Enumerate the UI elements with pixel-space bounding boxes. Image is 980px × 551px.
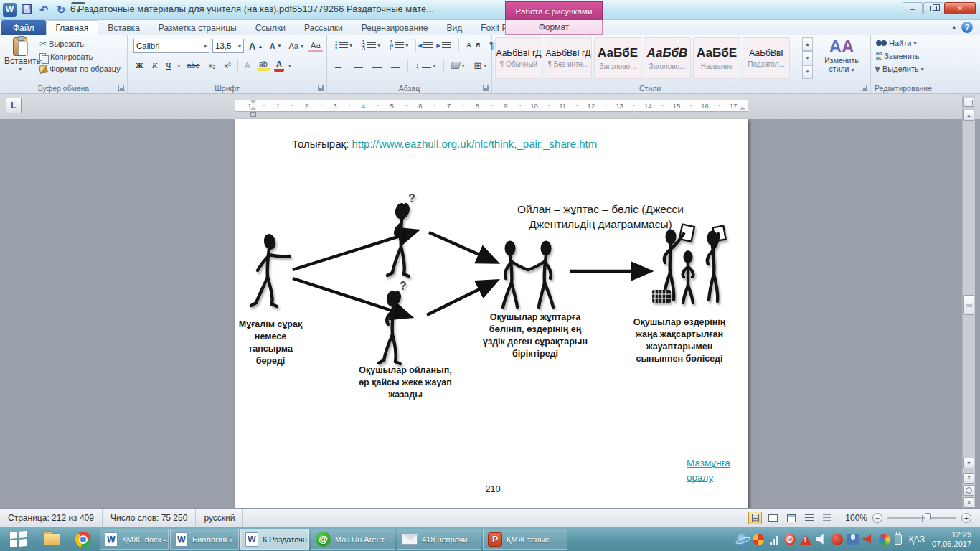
clock[interactable]: 12:2907.06.2017 — [932, 530, 974, 549]
view-web-layout-button[interactable] — [784, 512, 798, 524]
bullets-button[interactable]: •••▾ — [333, 40, 354, 50]
view-draft-button[interactable] — [820, 512, 834, 524]
zoom-slider-track[interactable] — [887, 517, 956, 519]
sort-button[interactable]: АЯ — [464, 42, 482, 49]
previous-page-button[interactable]: ⇞ — [963, 473, 974, 484]
status-language[interactable]: русский — [196, 509, 243, 527]
tab-review[interactable]: Рецензирование — [352, 20, 438, 35]
planet-tray-icon[interactable] — [737, 534, 748, 545]
cut-button[interactable]: ✂Вырезать — [37, 38, 123, 50]
font-color-button[interactable]: А — [274, 60, 284, 72]
shading-button[interactable]: ▾ — [449, 61, 467, 70]
highlight-color-button[interactable]: ab — [257, 60, 270, 71]
gallery-scroll-up-icon[interactable]: ▲ — [802, 37, 813, 51]
ruler-toggle-button[interactable] — [963, 98, 974, 107]
tab-view[interactable]: Вид — [437, 20, 471, 35]
style-heading1[interactable]: АаБбЕЗаголово... — [594, 37, 641, 79]
file-explorer-button[interactable] — [36, 527, 67, 551]
dialog-launcher-icon[interactable] — [862, 85, 868, 91]
dialog-launcher-icon[interactable] — [118, 85, 125, 91]
external-hyperlink[interactable]: http://www.eazhull.org.uk/nlc/think,_pai… — [352, 138, 597, 150]
chevron-down-icon[interactable]: ▾ — [288, 62, 291, 69]
style-no-spacing[interactable]: АаБбВвГгД¶ Без инте... — [545, 37, 592, 79]
zoom-slider-thumb[interactable] — [925, 513, 931, 523]
view-print-layout-button[interactable] — [748, 512, 762, 524]
style-title[interactable]: АаБбЕНазвание — [693, 37, 740, 79]
tab-mailings[interactable]: Рассылки — [295, 20, 352, 35]
network-signal-icon[interactable] — [768, 534, 780, 545]
undo-button[interactable]: ↶ — [37, 2, 51, 17]
find-button[interactable]: Найти▾ — [874, 38, 926, 48]
hanging-indent-marker[interactable] — [250, 106, 257, 110]
zoom-level[interactable]: 100% — [845, 513, 867, 523]
decrease-indent-button[interactable]: ◀ — [421, 41, 435, 50]
tab-file[interactable]: Файл — [1, 20, 46, 35]
zoom-out-button[interactable]: − — [872, 513, 882, 523]
change-case-button[interactable]: Аа▾ — [287, 41, 306, 51]
gallery-expand-icon[interactable]: ▾ — [802, 65, 813, 79]
style-subtitle[interactable]: АаБбВвІПодзагол... — [743, 37, 790, 79]
font-size-combo[interactable]: 13,5▾ — [212, 39, 244, 53]
justify-button[interactable] — [389, 61, 402, 70]
taskbar-window-word-2[interactable]: WБиология 7 ... — [170, 529, 239, 550]
tab-page-layout[interactable]: Разметка страницы — [149, 20, 246, 35]
battery-icon[interactable] — [895, 534, 902, 545]
line-spacing-button[interactable]: ↕▾ — [413, 60, 438, 70]
copy-button[interactable]: Копировать — [37, 52, 123, 62]
dialog-launcher-icon[interactable] — [318, 85, 324, 91]
select-browse-object-button[interactable] — [963, 485, 974, 496]
help-button[interactable]: ? — [961, 22, 973, 33]
status-page-count[interactable]: Страница: 212 из 409 — [0, 509, 103, 527]
horizontal-ruler[interactable]: 11234567891011121314151617 — [235, 100, 748, 112]
clear-formatting-button[interactable]: Аа — [308, 40, 323, 52]
paste-button[interactable]: Вставить ▾ — [4, 37, 36, 82]
replace-button[interactable]: abасЗаменить — [874, 51, 926, 61]
borders-button[interactable]: ⊞▾ — [472, 60, 489, 72]
multilevel-list-button[interactable]: 1аi▾ — [387, 40, 410, 50]
shrink-font-button[interactable]: А▼ — [268, 42, 283, 51]
subscript-button[interactable]: х₂ — [207, 60, 218, 70]
change-styles-button[interactable]: АА Изменитьстили ▾ — [816, 37, 867, 82]
italic-button[interactable]: К — [150, 60, 159, 70]
chevron-down-icon[interactable]: ▾ — [177, 62, 180, 69]
start-button[interactable] — [0, 527, 36, 551]
collapse-ribbon-icon[interactable]: ▴ — [952, 23, 956, 30]
document-page[interactable]: Толығырақ: http://www.eazhull.org.uk/nlc… — [235, 119, 748, 508]
save-button[interactable] — [19, 2, 34, 17]
scroll-down-button[interactable]: ▼ — [963, 458, 974, 468]
scroll-up-button[interactable]: ▲ — [963, 110, 974, 121]
tab-insert[interactable]: Вставка — [98, 20, 149, 35]
first-line-indent-marker[interactable] — [250, 100, 257, 104]
align-right-button[interactable] — [370, 61, 384, 70]
increase-indent-button[interactable]: ▶ — [440, 41, 453, 50]
superscript-button[interactable]: х² — [222, 60, 233, 70]
style-normal[interactable]: АаБбВвГгД¶ Обычный — [495, 37, 542, 79]
antivirus-tray-icon[interactable] — [831, 534, 843, 545]
status-word-count[interactable]: Число слов: 75 250 — [103, 509, 196, 527]
close-button[interactable]: × — [944, 2, 976, 14]
tab-format-contextual[interactable]: Формат — [505, 20, 603, 35]
view-fullscreen-reading-button[interactable] — [766, 512, 780, 524]
numbering-button[interactable]: 123▾ — [359, 40, 382, 50]
minimize-button[interactable]: – — [903, 2, 923, 14]
font-family-combo[interactable]: Calibri▾ — [133, 39, 209, 53]
repeat-button[interactable]: ↻ — [54, 2, 68, 17]
align-center-button[interactable] — [352, 61, 365, 70]
assistant-tray-icon[interactable] — [847, 534, 859, 545]
align-left-button[interactable] — [333, 61, 347, 70]
text-effects-button[interactable]: А — [242, 60, 253, 70]
scrollbar-thumb[interactable] — [963, 295, 974, 315]
chrome-button[interactable] — [67, 527, 99, 551]
vertical-scrollbar[interactable]: ▲ ▼ ⇞ ⇟ — [962, 95, 975, 508]
warning-tray-icon[interactable] — [800, 534, 811, 545]
tab-references[interactable]: Ссылки — [246, 20, 295, 35]
volume-icon[interactable] — [816, 534, 827, 545]
format-painter-button[interactable]: Формат по образцу — [37, 64, 123, 74]
style-heading2[interactable]: АаБбВЗаголово... — [644, 37, 691, 79]
back-to-contents-link[interactable]: Мазмұнға оралу — [687, 456, 744, 485]
tab-stop-selector[interactable]: L — [6, 98, 22, 113]
taskbar-window-word-active[interactable]: W6 Раздаточн... — [240, 529, 309, 550]
taskbar-window-word-1[interactable]: WҚМЖ .docx -... — [100, 529, 169, 550]
view-outline-button[interactable] — [802, 512, 816, 524]
right-indent-marker[interactable] — [739, 106, 746, 110]
